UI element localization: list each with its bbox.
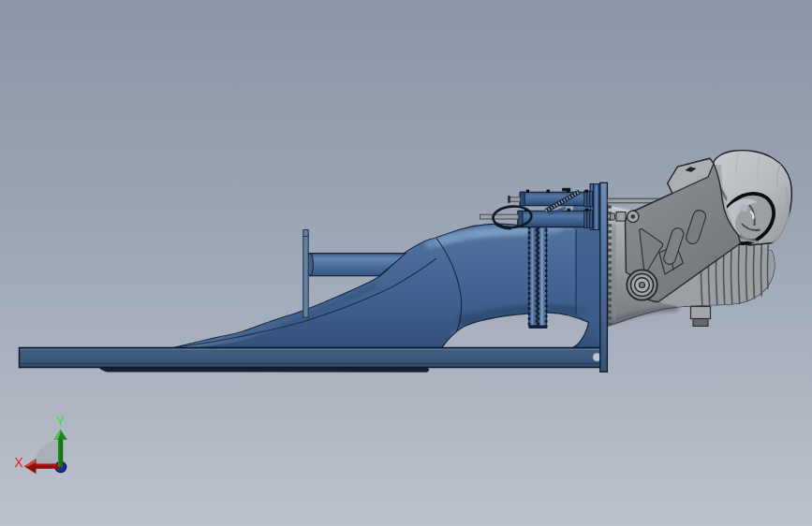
svg-text:Y: Y	[56, 414, 66, 429]
svg-text:X: X	[15, 455, 24, 470]
